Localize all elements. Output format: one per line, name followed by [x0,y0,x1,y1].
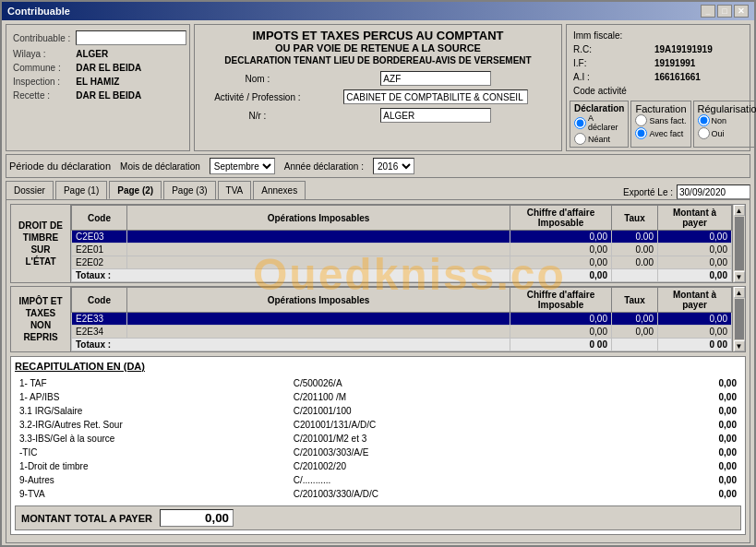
dt-col-code: Code [72,206,127,231]
regularisation-title: Régularisation [698,103,757,114]
it-col-ca: Chiffre d'affaire Imposable [510,288,612,313]
center-form-fields: Nom : Activité / Profession : N/r : [198,68,558,125]
impot-scrollbar-track [735,299,744,339]
tabs-bar: DossierPage (1)Page (2)Page (3)TVAAnnexe… [6,181,750,199]
droit-timbre-row: E2E01 0,00 0.00 0,00 [72,244,732,256]
tab-page2[interactable]: Page (2) [109,181,162,199]
dt-col-ca: Chiffre d'affaire Imposable [510,206,612,231]
sans-fact-radio[interactable] [635,114,647,126]
ner-input[interactable] [380,108,491,123]
code-activite-label: Code activité [571,85,745,97]
droit-timbre-totaux: Totaux : 0,00 0,00 [72,269,732,282]
it-ca: 0,00 [510,313,612,326]
non-label: Non [712,116,727,125]
it-code: E2E34 [72,326,127,339]
oui-radio[interactable] [698,127,710,139]
recap-code: C/201002/20 [291,460,582,472]
nom-label: Nom : [200,70,315,87]
it-montant: 0,00 [658,313,732,326]
rc-label: R.C: [571,43,651,55]
it-operations [127,326,510,339]
left-info-panel: Contribuable : Wilaya : ALGER Commune : … [6,24,190,151]
it-ca: 0,00 [510,326,612,339]
tab-annexes[interactable]: Annexes [253,181,306,199]
tab-dossier[interactable]: Dossier [6,181,54,199]
tab-tva[interactable]: TVA [218,181,252,199]
droit-timbre-row: C2E03 0,00 0.00 0,00 [72,231,732,244]
impot-taxes-totaux: Totaux : 0 00 0 00 [72,339,732,351]
inspection-label: Inspection : [11,76,72,88]
maximize-button[interactable]: □ [717,5,732,18]
mois-select[interactable]: Septembre [210,158,275,174]
recap-code: C/........... [291,474,582,486]
total-value-input[interactable] [160,509,234,527]
scrollbar-down-arrow[interactable]: ▼ [734,271,745,282]
non-row: Non [698,114,757,126]
dt-code: E2E01 [72,244,127,256]
close-button[interactable]: ✕ [734,5,749,18]
period-label: Période du déclaration [9,161,111,172]
recap-row: 3.2-IRG/Autres Ret. Sour C201001/131/A/D… [17,419,739,431]
neant-label: Néant [588,135,610,144]
impot-scrollbar-up[interactable]: ▲ [734,287,745,298]
tab-page1[interactable]: Page (1) [55,181,107,199]
recap-row: -TIC C/201003/303/A/E 0,00 [17,446,739,458]
a-declarer-radio[interactable] [574,117,586,129]
main-window: Contribuable _ □ ✕ Contribuable : Wilaya… [0,0,756,547]
right-info-panel: Imm fiscale: R.C: 19A19191919 I.F: 19191… [566,24,750,151]
main-title-line3: DECLARATION TENANT LIEU DE BORDEREAU-AVI… [198,55,558,65]
minimize-button[interactable]: _ [701,5,715,18]
dt-totaux-montant: 0,00 [658,269,732,282]
tab-page3[interactable]: Page (3) [163,181,215,199]
recap-code: C/201001/M2 et 3 [291,433,582,445]
dt-totaux-empty [612,269,658,282]
recap-value: 0,00 [584,433,739,445]
imr-label: Imm fiscale: [571,30,651,42]
recap-title: RECAPITULATION EN (DA) [15,361,741,372]
center-info-panel: IMPOTS ET TAXES PERCUS AU COMPTANT OU PA… [194,24,562,151]
dt-totaux-ca: 0,00 [510,269,612,282]
impot-scrollbar-down[interactable]: ▼ [734,340,745,351]
main-panel: DROIT DETIMBRESURL'ÉTAT Code Opérations … [6,199,750,543]
ner-label: N/r : [200,107,315,124]
non-radio[interactable] [698,114,710,126]
impot-taxes-label: IMPÔT ETTAXESNONREPRIS [11,287,71,351]
window-title: Contribuable [7,6,70,17]
tabs-list: DossierPage (1)Page (2)Page (3)TVAAnnexe… [6,181,306,199]
impot-taxes-row: E2E34 0,00 0,00 0,00 [72,326,732,339]
avec-fact-radio[interactable] [635,127,647,139]
recap-label: 1- AP/IBS [17,391,289,403]
dt-ca: 0,00 [510,244,612,256]
dt-col-montant: Montant à payer [658,206,732,231]
annee-select[interactable]: 2016 [373,158,414,174]
if-value: 19191991 [653,57,745,69]
dt-col-operations: Opérations Imposables [127,206,510,231]
date-input[interactable] [677,184,750,199]
recapitulation-section: RECAPITULATION EN (DA) 1- TAF C/500026/A… [10,356,746,535]
avec-fact-label: Avec fact [649,129,683,138]
recap-value: 0,00 [584,377,739,389]
recap-value: 0,00 [584,419,739,431]
dt-operations [127,244,510,256]
date-label: Exporté Le : [623,187,673,197]
wilaya-value: ALGER [74,48,188,60]
neant-radio[interactable] [574,133,586,145]
facturation-title: Facturation [635,103,686,114]
sans-fact-row: Sans fact. [635,114,686,126]
rc-value: 19A19191919 [653,43,745,55]
recap-row: 9-TVA C/201003/330/A/D/C 0,00 [17,488,739,500]
activite-input[interactable] [343,89,528,104]
contribuable-input[interactable] [76,30,186,45]
a-declarer-label: A déclarer [588,113,624,132]
recap-label: 1- TAF [17,377,289,389]
recap-row: 3.1 IRG/Salaire C/201001/100 0,00 [17,405,739,417]
it-col-montant: Montant à payer [658,288,732,313]
nom-input[interactable] [380,71,491,86]
dt-ca: 0,00 [510,256,612,269]
droit-timbre-table-wrap: Code Opérations Imposables Chiffre d'aff… [71,205,732,282]
recap-code: C/201001/100 [291,405,582,417]
it-totaux-ca: 0 00 [510,339,612,351]
impot-taxes-table-wrap: Code Opérations Imposables Chiffre d'aff… [71,287,732,351]
scrollbar-up-arrow[interactable]: ▲ [734,205,745,216]
regularisation-radios: Non Oui [698,114,757,139]
